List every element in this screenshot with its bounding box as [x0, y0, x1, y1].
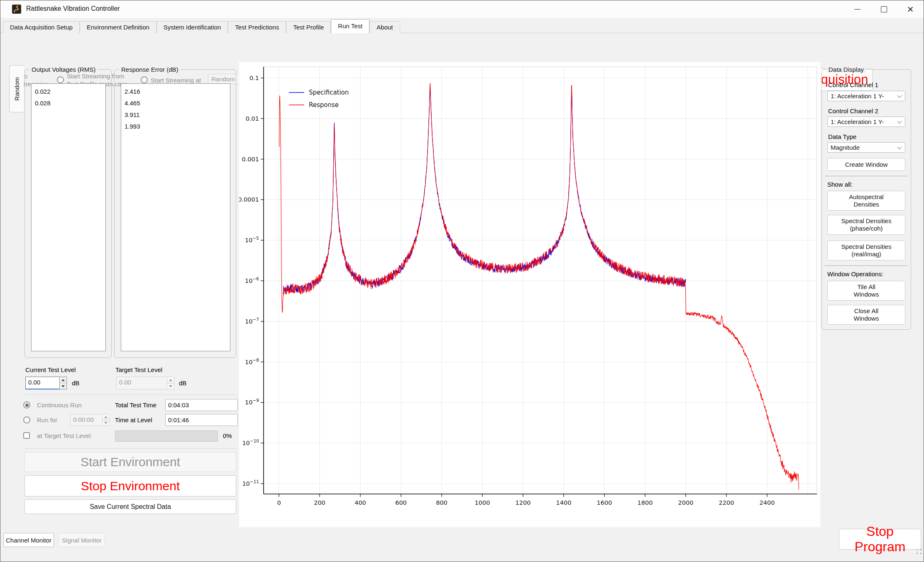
data-type-label: Data Type	[828, 133, 856, 140]
continuous-run-radio[interactable]	[23, 401, 30, 409]
stop-environment-button[interactable]: Stop Environment	[24, 475, 236, 496]
svg-text:10−10: 10−10	[242, 438, 259, 446]
tile-all-windows-button[interactable]: Tile All Windows	[827, 281, 905, 301]
target-test-level-spinbox: 0.00	[116, 377, 174, 389]
close-all-windows-button[interactable]: Close All Windows	[827, 305, 905, 325]
channel-monitor-button[interactable]: Channel Monitor	[3, 533, 54, 547]
svg-text:10−9: 10−9	[245, 398, 259, 406]
run-for-label: Run for	[37, 416, 57, 423]
target-test-level-arrows	[167, 377, 174, 389]
separator	[825, 176, 908, 176]
start-environment-button[interactable]: Start Environment	[24, 452, 236, 472]
control-channel-2-value: 1: Acceleration 1 Y-	[831, 118, 884, 125]
response-error-list[interactable]: 2.4164.4653.9111.993	[121, 83, 230, 351]
spin-down-icon	[104, 422, 108, 424]
random-environment-side-tab[interactable]: Random	[9, 65, 24, 112]
control-channel-1-value: 1: Acceleration 1 Y-	[831, 92, 884, 100]
svg-text:0.1: 0.1	[249, 75, 259, 81]
svg-text:0.0001: 0.0001	[239, 196, 259, 203]
current-test-level-arrows[interactable]	[59, 377, 67, 389]
create-window-button[interactable]: Create Window	[827, 158, 905, 171]
svg-text:1200: 1200	[516, 499, 531, 506]
total-test-time-field[interactable]	[165, 399, 238, 411]
svg-text:1000: 1000	[475, 499, 490, 506]
total-test-time-label: Total Test Time	[115, 401, 156, 409]
streaming-toolbar: No Streaming Start Streaming from Test P…	[0, 33, 924, 61]
run-for-radio[interactable]	[23, 416, 30, 423]
signal-monitor-button[interactable]: Signal Monitor	[59, 533, 105, 547]
spin-down-icon	[169, 385, 172, 387]
target-test-level-value: 0.00	[116, 377, 167, 389]
separator	[24, 448, 236, 449]
svg-text:1400: 1400	[556, 499, 572, 506]
at-target-test-level-checkbox[interactable]	[23, 432, 30, 439]
tab-run-test[interactable]: Run Test	[331, 19, 369, 33]
minimize-button[interactable]	[844, 0, 870, 18]
target-db-unit: dB	[179, 380, 186, 387]
close-icon: ×	[907, 5, 913, 13]
resize-grip-icon[interactable]	[917, 553, 918, 554]
spin-down-icon	[61, 385, 65, 387]
minimize-icon	[854, 9, 860, 10]
title-bar: Rattlesnake Vibration Controller ×	[0, 0, 924, 18]
response-error-title: Response Error (dB)	[119, 66, 181, 73]
level-progress-bar	[115, 431, 218, 442]
control-channel-2-label: Control Channel 2	[828, 107, 878, 114]
control-channel-2-combo[interactable]: 1: Acceleration 1 Y-	[827, 117, 905, 127]
autospectral-densities-button[interactable]: Autospectral Densities	[827, 191, 905, 211]
svg-text:800: 800	[436, 499, 447, 506]
tab-about[interactable]: About	[369, 21, 400, 33]
maximize-button[interactable]	[870, 0, 897, 18]
spectral-densities-phase-coh-button[interactable]: Spectral Densities (phase/coh)	[827, 215, 905, 235]
current-test-level-spinbox[interactable]: 0.00	[25, 377, 67, 389]
save-current-spectral-data-button[interactable]: Save Current Spectral Data	[24, 499, 236, 514]
time-at-level-field[interactable]	[165, 414, 238, 426]
level-progress-percent: 0%	[223, 432, 232, 439]
control-channel-1-label: Control Channel 1	[828, 81, 878, 88]
close-button[interactable]: ×	[897, 0, 924, 18]
maximize-icon	[881, 6, 887, 12]
run-for-duration-value: 0:00:00	[70, 414, 102, 426]
show-all-label: Show all:	[827, 181, 853, 188]
spin-up-icon	[104, 416, 108, 418]
separator	[825, 265, 908, 266]
svg-text:10−8: 10−8	[245, 358, 259, 365]
current-test-level-value[interactable]: 0.00	[25, 377, 59, 389]
svg-text:2200: 2200	[719, 499, 734, 506]
response-error-item: 1.993	[121, 121, 230, 132]
chevron-down-icon	[897, 93, 902, 97]
spin-up-icon	[169, 379, 172, 381]
control-chart: 0200400600800100012001400160018002000220…	[239, 62, 820, 527]
tab-test-profile[interactable]: Test Profile	[286, 21, 331, 33]
main-tab-bar: Data Acquisition SetupEnvironment Defini…	[0, 18, 924, 33]
app-window: Rattlesnake Vibration Controller × Data …	[0, 0, 924, 562]
svg-text:1600: 1600	[597, 499, 612, 506]
output-voltages-group: Output Voltages (RMS) 0.0220.028	[24, 69, 112, 358]
current-db-unit: dB	[72, 380, 79, 387]
stop-program-button[interactable]: Stop Program	[839, 529, 921, 550]
output-voltage-item: 0.022	[32, 86, 105, 97]
spectral-densities-real-imag-button[interactable]: Spectral Densities (real/imag)	[827, 241, 905, 260]
output-voltages-title: Output Voltages (RMS)	[29, 66, 98, 73]
svg-text:1800: 1800	[638, 499, 653, 506]
app-icon	[12, 5, 21, 14]
output-voltages-list[interactable]: 0.0220.028	[31, 83, 106, 351]
at-target-test-level-label: at Target Test Level	[37, 432, 91, 439]
svg-text:10−6: 10−6	[245, 276, 259, 284]
svg-text:2000: 2000	[678, 499, 694, 506]
response-error-item: 3.911	[121, 109, 230, 121]
data-display-group: Data Display Control Channel 1 1: Accele…	[821, 69, 911, 330]
data-type-combo[interactable]: Magnitude	[827, 142, 905, 153]
svg-text:10−7: 10−7	[245, 317, 259, 325]
svg-text:400: 400	[354, 499, 366, 506]
data-type-value: Magnitude	[831, 144, 860, 151]
svg-text:Specification: Specification	[309, 89, 349, 96]
tab-environment-definition[interactable]: Environment Definition	[80, 21, 156, 33]
tab-data-acquisition-setup[interactable]: Data Acquisition Setup	[3, 21, 80, 33]
svg-text:600: 600	[395, 499, 407, 506]
svg-text:0.01: 0.01	[246, 115, 259, 122]
run-for-arrows	[102, 414, 110, 426]
tab-system-identification[interactable]: System Identification	[156, 21, 228, 33]
tab-test-predictions[interactable]: Test Predictions	[228, 21, 286, 33]
control-channel-1-combo[interactable]: 1: Acceleration 1 Y-	[827, 91, 905, 101]
